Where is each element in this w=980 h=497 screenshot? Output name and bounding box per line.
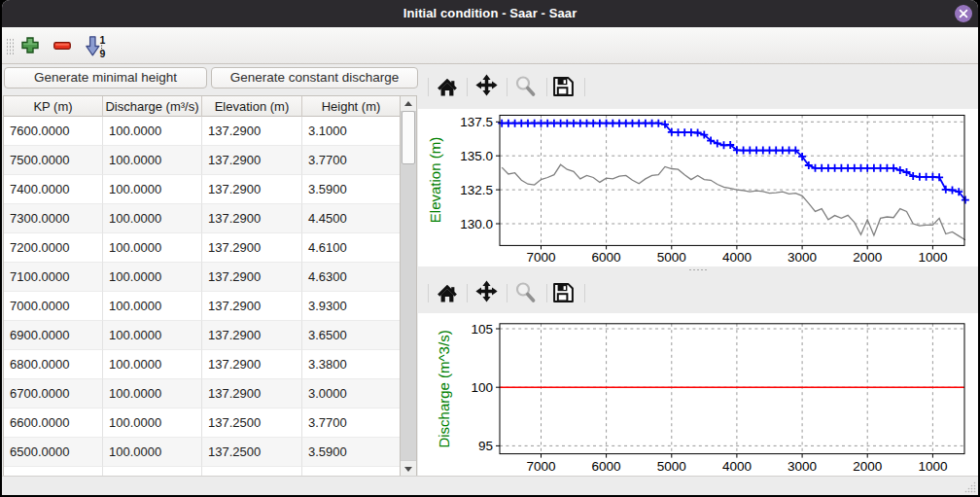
svg-text:3000: 3000 [788, 459, 817, 474]
svg-text:4000: 4000 [722, 459, 752, 474]
svg-text:3000: 3000 [788, 250, 817, 265]
svg-text:5000: 5000 [657, 459, 686, 474]
svg-text:9: 9 [100, 48, 106, 58]
svg-text:135.0: 135.0 [460, 149, 493, 163]
svg-text:95: 95 [478, 439, 493, 453]
svg-text:5000: 5000 [657, 250, 686, 265]
svg-text:130.0: 130.0 [460, 217, 493, 231]
svg-text:100: 100 [471, 380, 493, 395]
svg-text:4000: 4000 [722, 250, 752, 265]
svg-text:7000: 7000 [526, 459, 555, 474]
svg-text:105: 105 [471, 322, 493, 337]
svg-text:7000: 7000 [526, 250, 555, 265]
svg-text:1000: 1000 [918, 459, 947, 474]
svg-text:132.5: 132.5 [460, 183, 493, 197]
svg-text:1: 1 [100, 36, 106, 46]
svg-text:Discharge (m^3/s): Discharge (m^3/s) [436, 330, 452, 447]
svg-text:137.5: 137.5 [460, 115, 493, 129]
svg-text:6000: 6000 [592, 459, 621, 474]
svg-text:1000: 1000 [918, 250, 947, 265]
svg-text:2000: 2000 [853, 459, 882, 474]
svg-text:6000: 6000 [592, 250, 621, 265]
svg-text:Elevation (m): Elevation (m) [427, 137, 443, 223]
svg-text:2000: 2000 [853, 250, 882, 265]
